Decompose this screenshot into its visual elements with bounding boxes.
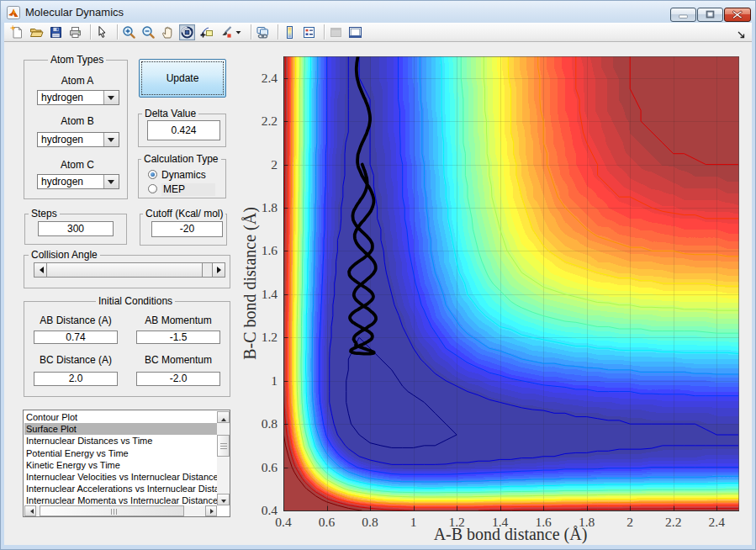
listbox-vscroll-down-button[interactable] <box>217 494 230 505</box>
y-tick-label: 1.2 <box>262 330 278 345</box>
bc-momentum-label: BC Momentum <box>145 354 212 366</box>
potential-energy-surface-plot[interactable] <box>283 56 739 511</box>
rotate-3d-button[interactable] <box>180 25 194 40</box>
listbox-item[interactable]: Internuclear Velocities vs Internuclear … <box>24 471 219 483</box>
minimize-button[interactable] <box>670 8 696 22</box>
insert-colorbar-button[interactable] <box>283 25 297 40</box>
brush-data-dropdown-button[interactable] <box>235 25 242 40</box>
atom-c-dropdown-arrow-icon[interactable] <box>103 175 119 188</box>
scroll-up-arrow-icon <box>221 415 226 421</box>
insert-legend-button[interactable] <box>302 25 316 40</box>
delta-value-field[interactable]: 0.424 <box>147 120 220 140</box>
hide-plot-tools-button[interactable] <box>329 25 343 40</box>
listbox-item[interactable]: Kinetic Energy vs Time <box>24 459 219 471</box>
save-figure-button[interactable] <box>49 25 63 40</box>
panel-collision-angle-title: Collision Angle <box>29 249 100 261</box>
y-tick-label: 1.6 <box>262 243 278 258</box>
data-cursor-glyph <box>199 25 214 40</box>
slider-right-arrow-button[interactable] <box>212 263 225 277</box>
ab-distance-field[interactable]: 0.74 <box>34 331 118 344</box>
show-plot-tools-button[interactable] <box>348 25 362 40</box>
close-button[interactable] <box>724 8 751 22</box>
atom-b-dropdown-arrow-icon[interactable] <box>103 133 119 146</box>
overflow-arrow-glyph <box>737 31 746 40</box>
titlebar[interactable]: Molecular Dynamics <box>1 1 755 23</box>
bc-momentum-field[interactable]: -2.0 <box>136 372 220 386</box>
x-axis-label: A-B bond distance (Å) <box>434 525 588 544</box>
zoom-in-button[interactable] <box>122 25 136 40</box>
link-plot-button[interactable] <box>256 25 270 40</box>
listbox-hscroll-left-button[interactable] <box>24 505 36 516</box>
listbox-vscroll-thumb[interactable] <box>217 435 230 457</box>
print-figure-button[interactable] <box>68 25 82 40</box>
x-tick-label: 1 <box>410 515 417 530</box>
rotate-3d-glyph <box>180 25 194 40</box>
bc-distance-field[interactable]: 2.0 <box>34 372 118 386</box>
cutoff-field[interactable]: -20 <box>151 221 223 237</box>
ab-momentum-field[interactable]: -1.5 <box>136 331 220 344</box>
slider-left-arrow-button[interactable] <box>34 263 47 277</box>
listbox-hscroll-thumb[interactable] <box>40 505 184 516</box>
window: Molecular Dynamics Atom Types Atom Ahydr… <box>0 0 756 550</box>
plot-type-listbox[interactable]: Contour PlotSurface PlotInternuclear Dis… <box>23 410 230 517</box>
dropdown-arrow-glyph <box>235 25 242 40</box>
x-tick-label: 0.8 <box>362 515 378 530</box>
hide-plot-tools-glyph <box>329 25 343 40</box>
listbox-vscroll-up-button[interactable] <box>217 411 230 423</box>
atom-c-dropdown[interactable]: hydrogen <box>37 174 119 189</box>
slider-right-arrow-icon <box>217 267 225 273</box>
listbox-item[interactable]: Internuclear Accelerations vs Internucle… <box>24 483 219 494</box>
radio-dynamics[interactable]: Dynamics <box>148 169 222 181</box>
radio-dynamics-circle-icon <box>148 170 157 179</box>
atom-a-dropdown-arrow-icon[interactable] <box>103 91 119 104</box>
collision-angle-slider[interactable] <box>34 262 225 278</box>
window-title: Molecular Dynamics <box>25 6 124 19</box>
maximize-button[interactable] <box>697 8 723 22</box>
steps-field[interactable]: 300 <box>38 221 114 236</box>
x-tick-label: 0.4 <box>275 515 291 530</box>
maximize-icon <box>698 8 722 21</box>
atom-c-dropdown-value: hydrogen <box>41 176 83 188</box>
data-cursor-button[interactable] <box>199 25 214 40</box>
update-button[interactable]: Update <box>139 59 226 98</box>
y-tick-label: 0.6 <box>262 460 278 475</box>
atom-b-dropdown[interactable]: hydrogen <box>37 132 119 147</box>
zoom-out-button[interactable] <box>141 25 156 40</box>
ab-momentum-label: AB Momentum <box>145 315 211 326</box>
new-figure-glyph <box>10 25 24 40</box>
scroll-down-arrow-icon <box>221 500 226 505</box>
y-tick-label: 1 <box>271 373 278 389</box>
listbox-item[interactable]: Potential Energy vs Time <box>24 447 219 459</box>
radio-mep[interactable]: MEP <box>148 183 222 195</box>
atom-a-dropdown-value: hydrogen <box>41 92 83 103</box>
radio-mep-circle-icon <box>148 184 157 193</box>
toolbar-separator <box>278 24 279 40</box>
ab-distance-label: AB Distance (A) <box>40 315 111 326</box>
atom-c-label: Atom C <box>61 159 94 171</box>
minimize-icon <box>671 8 695 21</box>
slider-thumb[interactable] <box>47 263 203 277</box>
open-file-button[interactable] <box>29 25 44 40</box>
listbox-item[interactable]: Surface Plot <box>24 423 219 435</box>
brush-data-button[interactable] <box>219 25 233 40</box>
pan-button[interactable] <box>161 25 175 40</box>
edit-plot-button[interactable] <box>95 25 109 40</box>
y-axis-label: B-C bond distance (Å) <box>241 207 260 360</box>
atom-a-dropdown[interactable]: hydrogen <box>37 90 119 105</box>
listbox-vscrollbar-track[interactable] <box>217 411 230 505</box>
y-tick-label: 1.8 <box>262 200 278 215</box>
slider-left-arrow-icon <box>36 267 44 273</box>
y-tick-label: 0.8 <box>262 416 278 431</box>
figure-toolbar <box>4 23 752 42</box>
panel-cutoff-title: Cutoff (Kcal/ mol) <box>143 208 225 219</box>
radio-dynamics-label: Dynamics <box>161 169 206 181</box>
new-figure-button[interactable] <box>10 25 24 40</box>
panel-atom-types-title: Atom Types <box>48 54 106 66</box>
update-button-label: Update <box>140 72 225 84</box>
toolbar-overflow-arrow-icon[interactable] <box>737 28 746 43</box>
listbox-hscroll-right-button[interactable] <box>205 505 217 516</box>
bc-distance-label: BC Distance (A) <box>40 354 112 366</box>
listbox-item[interactable]: Contour Plot <box>24 411 219 423</box>
listbox-item[interactable]: Internuclear Distances vs Time <box>24 435 219 447</box>
atom-a-label: Atom A <box>61 75 94 87</box>
